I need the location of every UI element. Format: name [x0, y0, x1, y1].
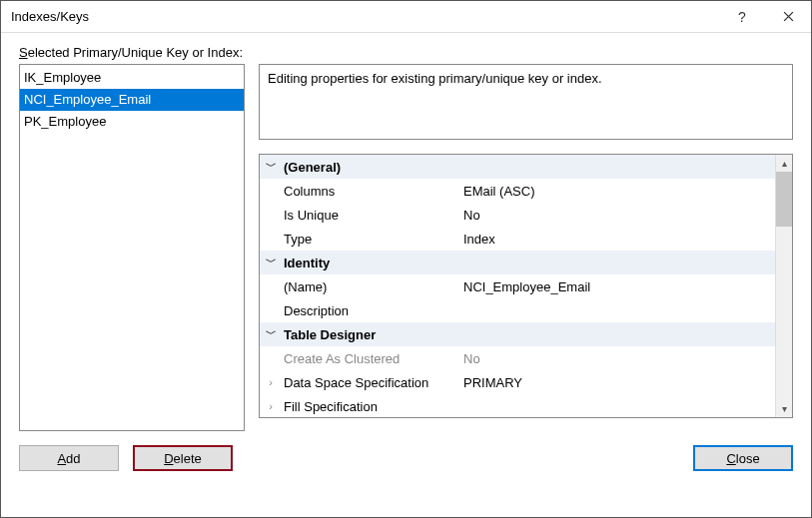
chevron-down-icon[interactable]: ﹀: [260, 255, 282, 269]
property-row[interactable]: › Data Space Specification PRIMARY: [260, 370, 775, 394]
category-label: (General): [282, 160, 775, 175]
titlebar-buttons: ?: [719, 1, 811, 33]
chevron-down-icon[interactable]: ﹀: [260, 326, 282, 341]
dialog-content: Selected Primary/Unique Key or Index: IK…: [1, 33, 811, 485]
property-value[interactable]: Index: [463, 232, 775, 247]
scroll-up-icon[interactable]: ▴: [776, 155, 792, 172]
property-row[interactable]: Is Unique No: [260, 203, 775, 227]
category-table-designer[interactable]: ﹀ Table Designer: [260, 322, 775, 346]
property-label: Fill Specification: [282, 399, 463, 414]
property-grid[interactable]: ﹀ (General) Columns EMail (ASC) Is Uniqu…: [259, 154, 793, 418]
property-row[interactable]: Type Index: [260, 227, 775, 251]
close-button[interactable]: Close: [693, 445, 793, 471]
chevron-right-icon[interactable]: ›: [260, 376, 282, 388]
property-value[interactable]: No: [463, 208, 775, 223]
scrollbar[interactable]: ▴ ▾: [775, 155, 792, 417]
property-value[interactable]: EMail (ASC): [463, 184, 775, 199]
property-value: No: [463, 351, 775, 366]
category-label: Table Designer: [282, 327, 775, 342]
property-row[interactable]: Columns EMail (ASC): [260, 179, 775, 203]
property-value[interactable]: NCI_Employee_Email: [463, 279, 775, 294]
scroll-thumb[interactable]: [776, 172, 792, 227]
scroll-down-icon[interactable]: ▾: [776, 400, 792, 417]
add-button[interactable]: Add: [19, 445, 119, 471]
property-label: Data Space Specification: [282, 375, 463, 390]
property-row[interactable]: › Fill Specification: [260, 394, 775, 418]
category-identity[interactable]: ﹀ Identity: [260, 251, 775, 274]
property-row[interactable]: (Name) NCI_Employee_Email: [260, 274, 775, 298]
description-box: Editing properties for existing primary/…: [259, 64, 793, 140]
property-row: Create As Clustered No: [260, 346, 775, 370]
chevron-right-icon[interactable]: ›: [260, 400, 282, 412]
close-icon[interactable]: [765, 1, 811, 33]
property-label: Create As Clustered: [282, 351, 463, 366]
list-item[interactable]: IK_Employee: [20, 67, 244, 89]
window-title: Indexes/Keys: [11, 9, 719, 24]
section-label: Selected Primary/Unique Key or Index:: [19, 45, 793, 60]
titlebar: Indexes/Keys ?: [1, 1, 811, 33]
property-label: Columns: [282, 184, 463, 199]
index-listbox[interactable]: IK_Employee NCI_Employee_Email PK_Employ…: [19, 64, 245, 431]
property-label: (Name): [282, 279, 463, 294]
category-label: Identity: [282, 256, 775, 270]
description-text: Editing properties for existing primary/…: [268, 71, 602, 86]
delete-button[interactable]: Delete: [133, 445, 233, 471]
property-label: Description: [282, 303, 463, 318]
list-item[interactable]: PK_Employee: [20, 111, 244, 133]
list-item[interactable]: NCI_Employee_Email: [20, 89, 244, 111]
property-value[interactable]: PRIMARY: [463, 375, 775, 390]
help-button[interactable]: ?: [719, 1, 765, 33]
category-general[interactable]: ﹀ (General): [260, 155, 775, 179]
chevron-down-icon[interactable]: ﹀: [260, 159, 282, 174]
property-row[interactable]: Description: [260, 298, 775, 322]
property-label: Type: [282, 232, 463, 247]
property-label: Is Unique: [282, 208, 463, 223]
